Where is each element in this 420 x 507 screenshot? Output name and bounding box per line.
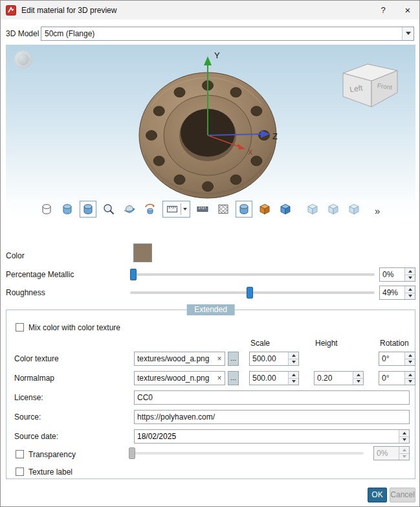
spin-up-button[interactable] — [405, 268, 415, 275]
model-select-dropdown-button[interactable] — [402, 27, 414, 40]
slider-groove[interactable] — [130, 273, 375, 276]
metallic-label: Percentage Metallic — [6, 267, 74, 282]
spin-down-button[interactable] — [405, 359, 415, 366]
metallic-value: 0% — [380, 268, 404, 281]
cube-pale-b-button[interactable] — [325, 201, 342, 218]
texture-label-label: Texture label — [28, 468, 72, 477]
clear-icon[interactable]: × — [214, 374, 225, 383]
normalmap-label: Normalmap — [14, 371, 54, 385]
model-row: 3D Model 50cm (Flange) — [6, 26, 414, 41]
transparency-label: Transparency — [28, 450, 76, 459]
transparency-checkbox[interactable] — [16, 450, 24, 458]
slider-handle[interactable] — [247, 287, 253, 299]
spin-up-button[interactable] — [399, 430, 409, 437]
cube-blue-button[interactable] — [277, 201, 294, 218]
model-label: 3D Model — [6, 29, 41, 38]
slider-handle[interactable] — [130, 269, 137, 280]
cube-pale-c-button[interactable] — [346, 201, 362, 218]
roughness-slider[interactable] — [130, 286, 375, 300]
spin-down-button[interactable] — [289, 359, 298, 366]
spin-down-button[interactable] — [289, 379, 298, 385]
normalmap-browse-button[interactable]: ... — [228, 371, 239, 385]
orbit-icon — [123, 203, 136, 216]
color-texture-scale-spinbox[interactable]: 500.00 — [249, 352, 299, 366]
grid-button[interactable] — [215, 201, 232, 218]
color-texture-input[interactable] — [135, 354, 214, 363]
ok-button[interactable]: OK — [368, 488, 387, 502]
cylinder-ground-button[interactable] — [236, 201, 252, 218]
axis-z-label: Z — [272, 131, 278, 141]
zoom-icon — [102, 203, 115, 216]
color-swatch[interactable] — [133, 243, 152, 262]
spin-up-button[interactable] — [405, 286, 415, 293]
normalmap-scale-spinbox[interactable]: 500.00 — [249, 371, 299, 385]
metallic-spinbox[interactable]: 0% — [379, 267, 415, 282]
cylinder-textured-icon — [82, 203, 94, 216]
normalmap-height-spinbox[interactable]: 0.20 — [314, 371, 364, 385]
cylinder-wireframe-icon — [40, 203, 53, 216]
cube-pale-icon — [327, 203, 340, 216]
screenshot-menu-button[interactable] — [162, 201, 190, 218]
cylinder-ground-icon — [238, 203, 250, 216]
scale-column-header: Scale — [250, 339, 270, 348]
model-select-value: 50cm (Flange) — [41, 29, 402, 38]
cylinder-shaded-icon — [61, 203, 74, 216]
scale-value: 500.00 — [250, 372, 288, 385]
metallic-slider[interactable] — [130, 267, 375, 282]
cube-orange-button[interactable] — [256, 201, 273, 218]
rotation-column-header: Rotation — [380, 339, 409, 348]
extended-group: Extended Mix color with color texture Sc… — [6, 310, 415, 479]
source-input[interactable] — [135, 412, 409, 422]
color-label: Color — [6, 249, 25, 263]
model-select[interactable]: 50cm (Flange) — [41, 27, 414, 41]
height-value: 0.20 — [315, 372, 353, 385]
texture-label-checkbox[interactable] — [16, 468, 24, 476]
spin-down-button[interactable] — [405, 275, 415, 282]
normalmap-input[interactable] — [135, 374, 214, 383]
cancel-button[interactable]: Cancel — [390, 488, 415, 502]
source-date-input[interactable] — [135, 430, 399, 443]
navigation-cube[interactable]: Left Front — [334, 56, 406, 108]
viewport-toolbar — [38, 199, 362, 219]
rotate-model-button[interactable] — [142, 201, 159, 218]
spin-down-button[interactable] — [405, 379, 415, 385]
close-button[interactable]: × — [397, 1, 418, 19]
cube-orange-icon — [258, 203, 271, 216]
cylinder-shaded-button[interactable] — [59, 201, 76, 218]
source-date-spinbox[interactable] — [134, 429, 410, 444]
color-texture-field[interactable]: × — [134, 352, 225, 366]
ruler-button[interactable] — [194, 201, 211, 218]
spin-down-button[interactable] — [399, 437, 409, 444]
spin-up-button[interactable] — [405, 372, 415, 379]
rotate-model-icon — [144, 203, 157, 216]
title-bar[interactable]: Edit material for 3D preview ? × — [1, 1, 419, 19]
license-field[interactable] — [134, 390, 410, 405]
cylinder-textured-button[interactable] — [80, 201, 96, 218]
color-texture-rotation-spinbox[interactable]: 0° — [379, 352, 415, 366]
license-input[interactable] — [135, 393, 409, 402]
spin-up-button — [399, 447, 409, 454]
help-button[interactable]: ? — [373, 1, 393, 19]
viewport-3d[interactable]: Y Z X Left Front — [6, 45, 415, 221]
cube-pale-a-button[interactable] — [304, 201, 321, 218]
color-texture-browse-button[interactable]: ... — [228, 352, 239, 366]
scale-value: 500.00 — [250, 352, 288, 365]
roughness-spinbox[interactable]: 49% — [379, 286, 415, 300]
orbit-button[interactable] — [121, 201, 138, 218]
mix-color-checkbox[interactable] — [16, 323, 24, 332]
spin-up-button[interactable] — [405, 352, 415, 359]
clear-icon[interactable]: × — [214, 354, 225, 363]
chevron-down-icon — [406, 32, 411, 35]
spin-up-button[interactable] — [289, 352, 298, 359]
spin-down-button[interactable] — [405, 293, 415, 300]
toolbar-overflow-button[interactable]: » — [375, 206, 380, 216]
normalmap-rotation-spinbox[interactable]: 0° — [379, 371, 415, 385]
zoom-button[interactable] — [100, 201, 117, 218]
spin-up-button[interactable] — [289, 372, 298, 379]
nav-orb-icon[interactable] — [14, 51, 32, 69]
normalmap-field[interactable]: × — [134, 371, 225, 385]
spin-up-button[interactable] — [353, 372, 363, 379]
cylinder-wireframe-button[interactable] — [38, 201, 55, 218]
spin-down-button[interactable] — [353, 379, 363, 385]
source-field[interactable] — [134, 410, 410, 424]
